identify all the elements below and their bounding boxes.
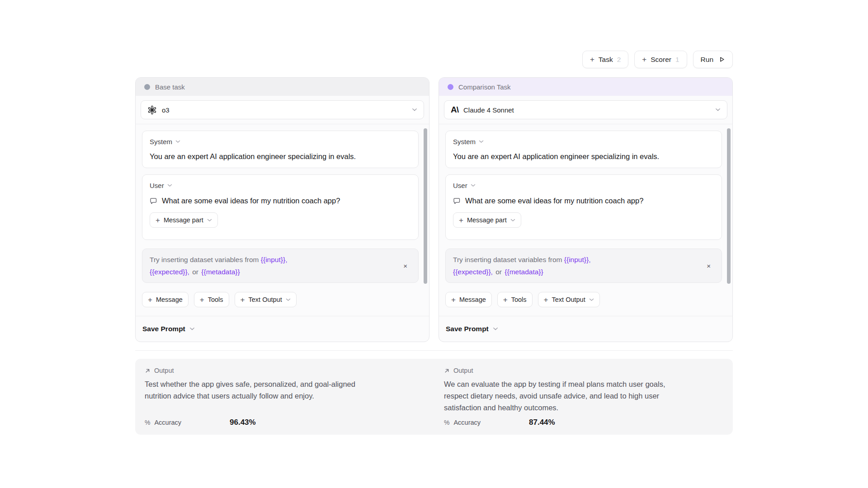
add-task-button[interactable]: + Task 2 (582, 51, 628, 68)
base-output-text: Test whether the app gives safe, persona… (145, 378, 420, 402)
base-add-tools-button[interactable]: + Tools (194, 292, 229, 307)
base-add-message-button[interactable]: + Message (142, 292, 189, 307)
base-output-label: Output (154, 367, 174, 374)
chevron-down-icon (207, 219, 212, 222)
comparison-user-message-text[interactable]: What are some eval ideas for my nutritio… (465, 197, 643, 205)
base-user-message-line: What are some eval ideas for my nutritio… (150, 197, 411, 205)
chevron-down-icon (412, 108, 417, 112)
comparison-add-message-part-button[interactable]: + Message part (453, 212, 521, 228)
comparison-accuracy-label-group: % Accuracy (444, 419, 529, 426)
hint-text-or: or (495, 268, 502, 276)
base-accuracy-label-group: % Accuracy (145, 419, 230, 426)
arrow-up-right-icon (145, 368, 151, 374)
plus-icon: + (200, 296, 204, 304)
base-system-role-dropdown[interactable]: System (150, 138, 180, 145)
save-prompt-label: Save Prompt (446, 325, 489, 333)
base-user-message-text[interactable]: What are some eval ideas for my nutritio… (162, 197, 340, 205)
plus-icon: + (451, 296, 456, 304)
comparison-add-message-button[interactable]: + Message (445, 292, 492, 307)
add-message-label: Message (156, 296, 183, 303)
base-output-label-row: Output (145, 367, 420, 374)
task-panels: Base task o3 (135, 77, 733, 342)
add-message-label: Message (459, 296, 486, 303)
run-button[interactable]: Run (693, 51, 733, 68)
base-task-panel: Base task o3 (135, 77, 429, 342)
add-tools-label: Tools (208, 296, 223, 303)
hint-var-metadata: {{metadata}} (505, 268, 543, 276)
hint-text: Try inserting dataset variables from (150, 256, 259, 263)
base-accuracy-row: % Accuracy 96.43% (145, 418, 420, 427)
chevron-down-icon (189, 327, 195, 331)
comparison-system-role-dropdown[interactable]: System (453, 138, 484, 145)
chevron-down-icon (286, 298, 291, 301)
hint-var-expected: {{expected}}, (453, 268, 493, 276)
close-icon[interactable]: × (403, 263, 407, 269)
plus-icon: + (241, 296, 245, 304)
comparison-panel-content: System You are an expert AI application … (439, 124, 732, 316)
scorer-count-badge: 1 (675, 56, 679, 64)
comparison-task-panel: Comparison Task A\ Claude 4 Sonnet Syste… (439, 77, 733, 342)
plus-icon: + (156, 216, 160, 224)
add-scorer-button[interactable]: + Scorer 1 (634, 51, 687, 68)
chevron-down-icon (589, 298, 594, 301)
base-user-role-label: User (150, 182, 164, 189)
plus-icon: + (544, 296, 548, 304)
base-task-dot-icon (144, 84, 150, 90)
base-model-select[interactable]: o3 (141, 100, 424, 119)
comparison-add-tools-button[interactable]: + Tools (497, 292, 533, 307)
comparison-model-name: Claude 4 Sonnet (463, 106, 514, 114)
comparison-model-select[interactable]: A\ Claude 4 Sonnet (444, 100, 727, 119)
comparison-output-label-row: Output (444, 367, 719, 374)
base-save-prompt-button[interactable]: Save Prompt (136, 316, 429, 342)
base-model-name: o3 (162, 106, 170, 114)
base-panel-header: Base task (136, 78, 429, 96)
comparison-panel-scrollbar[interactable] (727, 128, 731, 284)
base-output-column: Output Test whether the app gives safe, … (135, 359, 434, 435)
arrow-up-right-icon (444, 368, 450, 374)
add-message-part-label: Message part (467, 216, 507, 224)
base-actions-row: + Message + Tools + Text Output (142, 292, 419, 307)
comparison-accuracy-row: % Accuracy 87.44% (444, 418, 719, 427)
comparison-system-role-label: System (453, 138, 476, 145)
plus-icon: + (459, 216, 463, 224)
base-panel-scrollbar[interactable] (424, 128, 427, 284)
output-section: Output Test whether the app gives safe, … (135, 359, 733, 435)
comparison-task-dot-icon (448, 84, 453, 90)
comparison-user-role-dropdown[interactable]: User (453, 182, 476, 189)
comparison-system-message-text[interactable]: You are an expert AI application enginee… (453, 152, 714, 161)
base-add-message-part-button[interactable]: + Message part (150, 212, 218, 228)
base-model-row: o3 (136, 96, 429, 124)
add-tools-label: Tools (511, 296, 527, 303)
hint-var-input: {{input}}, (261, 256, 288, 263)
play-icon (718, 56, 725, 63)
plus-icon: + (148, 296, 152, 304)
comparison-accuracy-label: Accuracy (453, 419, 481, 426)
add-text-output-label: Text Output (552, 296, 585, 303)
plus-icon: + (590, 56, 594, 63)
anthropic-logo-icon: A\ (451, 105, 458, 115)
chevron-down-icon (167, 184, 172, 187)
comparison-actions-row: + Message + Tools + Text Output (445, 292, 722, 307)
base-dataset-variables-hint: Try inserting dataset variables from {{i… (142, 249, 419, 283)
base-user-message-card: User What are some eval ideas for my nut… (142, 174, 419, 240)
toolbar: + Task 2 + Scorer 1 Run (582, 51, 733, 68)
comparison-output-text: We can evaluate the app by testing if me… (444, 378, 719, 413)
base-system-role-label: System (150, 138, 172, 145)
comparison-panel-header: Comparison Task (439, 78, 732, 96)
comparison-add-text-output-button[interactable]: + Text Output (538, 292, 600, 307)
comparison-dataset-variables-hint: Try inserting dataset variables from {{i… (445, 249, 722, 283)
save-prompt-label: Save Prompt (142, 325, 185, 333)
base-add-text-output-button[interactable]: + Text Output (235, 292, 297, 307)
hint-text: Try inserting dataset variables from (453, 256, 562, 263)
base-user-role-dropdown[interactable]: User (150, 182, 172, 189)
run-label: Run (701, 56, 713, 64)
chevron-down-icon (175, 140, 180, 143)
add-scorer-label: Scorer (651, 56, 671, 64)
comparison-output-label: Output (453, 367, 473, 374)
base-system-message-text[interactable]: You are an expert AI application enginee… (150, 152, 411, 161)
add-message-part-label: Message part (164, 216, 203, 224)
comparison-user-message-line: What are some eval ideas for my nutritio… (453, 197, 714, 205)
comparison-save-prompt-button[interactable]: Save Prompt (439, 316, 732, 342)
add-text-output-label: Text Output (249, 296, 282, 303)
close-icon[interactable]: × (707, 263, 711, 269)
